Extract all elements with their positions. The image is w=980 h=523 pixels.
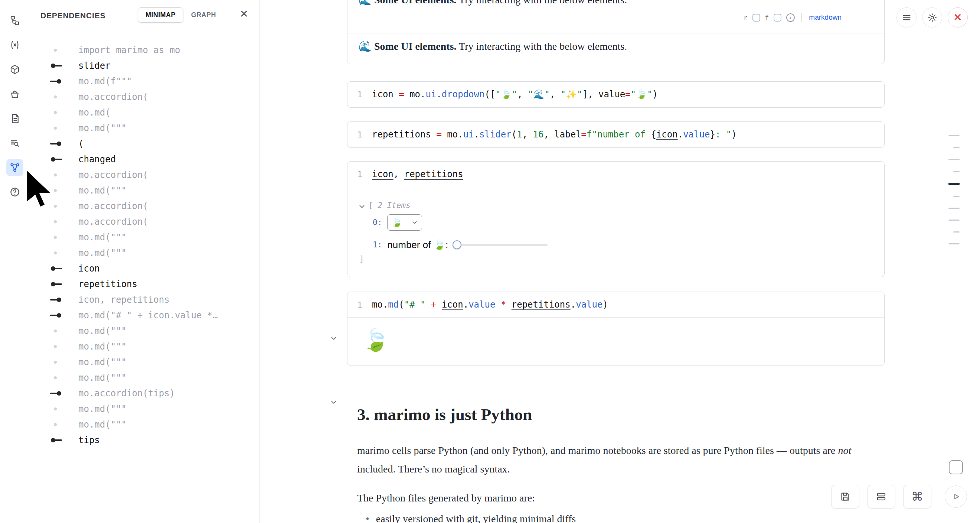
- cell-dot-icon: [45, 214, 72, 230]
- line-number: 1: [347, 90, 372, 99]
- minimap-item[interactable]: mo.md(""": [30, 417, 259, 432]
- close-panel-icon[interactable]: ✕: [240, 9, 248, 19]
- minimap-item[interactable]: mo.md(""": [30, 401, 259, 417]
- scroll-minimap-line[interactable]: [948, 183, 959, 185]
- code-editor[interactable]: repetitions = mo.ui.slider(1, 16, label=…: [372, 129, 737, 140]
- minimap-item[interactable]: mo.md(: [30, 105, 259, 120]
- minimap-item[interactable]: import marimo as mo: [30, 42, 259, 58]
- markdown-source-line[interactable]: 🌊 Some UI elements. Try interacting with…: [359, 0, 627, 6]
- wave-emoji: 🌊: [359, 40, 372, 52]
- minimap-item[interactable]: mo.accordion(: [30, 214, 259, 230]
- minimap-item[interactable]: mo.accordion(tips): [30, 386, 259, 401]
- minimap-item[interactable]: slider: [30, 58, 259, 73]
- minimap-item[interactable]: mo.md(""": [30, 230, 259, 245]
- minimap-item[interactable]: repetitions: [30, 276, 259, 292]
- dependencies-icon[interactable]: [6, 159, 23, 176]
- code-editor[interactable]: mo.md("# " + icon.value * repetitions.va…: [372, 300, 608, 310]
- reactive-checkbox[interactable]: [752, 14, 760, 22]
- cell-connector-icon: [45, 276, 72, 292]
- minimap-item[interactable]: mo.md(""": [30, 120, 259, 136]
- file-tree-icon[interactable]: [6, 12, 23, 29]
- minimap-item[interactable]: icon: [30, 261, 259, 276]
- code-editor[interactable]: icon, repetitions: [372, 169, 463, 179]
- minimap-item-label: icon, repetitions: [78, 295, 170, 305]
- minimap-item[interactable]: mo.accordion(: [30, 89, 259, 105]
- output-collapse-chevron-icon[interactable]: [329, 334, 338, 344]
- minimap-item[interactable]: mo.accordion(: [30, 198, 259, 214]
- scroll-minimap-line[interactable]: [953, 231, 959, 233]
- minimap-item[interactable]: mo.md("# " + icon.value *…: [30, 308, 259, 323]
- language-label[interactable]: markdown: [809, 13, 842, 22]
- logs-search-icon[interactable]: [6, 134, 23, 151]
- cell-connector-icon: [45, 58, 72, 73]
- list-item: • easily versioned with git, yielding mi…: [366, 510, 576, 523]
- cell-dot-icon: [45, 370, 72, 386]
- minimap-item[interactable]: mo.accordion(: [30, 167, 259, 183]
- minimap-item-label: mo.md(: [78, 107, 111, 118]
- minimap-item[interactable]: icon, repetitions: [30, 292, 259, 308]
- minimap-item-label: mo.accordion(tips): [78, 388, 175, 399]
- section-collapse-chevron-icon[interactable]: [329, 398, 338, 408]
- save-button[interactable]: [831, 485, 859, 509]
- scroll-minimap-line[interactable]: [948, 159, 959, 160]
- slider-track[interactable]: [452, 244, 547, 246]
- tab-graph[interactable]: GRAPH: [183, 8, 224, 23]
- cell-dot-icon: [45, 417, 72, 432]
- minimap-item[interactable]: mo.md(""": [30, 339, 259, 354]
- minimap-item[interactable]: changed: [30, 151, 259, 167]
- shutdown-button[interactable]: ✕: [948, 8, 968, 27]
- paragraph: marimo cells parse Python (and only Pyth…: [357, 441, 865, 478]
- snippets-icon[interactable]: [6, 37, 23, 54]
- bullet-marker: •: [366, 510, 369, 523]
- floppy-icon: [840, 491, 851, 502]
- menu-button[interactable]: [896, 8, 916, 27]
- minimap-item[interactable]: mo.md(""": [30, 370, 259, 386]
- cell-dot-icon: [45, 167, 72, 183]
- scroll-minimap-line[interactable]: [948, 243, 959, 244]
- scroll-minimap-line[interactable]: [948, 208, 959, 209]
- code-cell-md: 1 mo.md("# " + icon.value * repetitions.…: [347, 292, 885, 366]
- minimap-item-label: mo.md(""": [78, 123, 127, 133]
- toolbox-icon[interactable]: [6, 85, 23, 102]
- minimap-item[interactable]: mo.md(""": [30, 354, 259, 370]
- settings-button[interactable]: [922, 8, 942, 27]
- help-icon[interactable]: [6, 183, 23, 201]
- minimap-item-label: mo.md(""": [78, 419, 127, 430]
- cell-connector-icon: [45, 386, 72, 401]
- cell-connector-icon: [45, 151, 72, 167]
- app-window: DEPENDENCIES MINIMAP GRAPH ✕ import mari…: [0, 0, 980, 523]
- console-toggle-button[interactable]: [949, 460, 963, 474]
- scroll-minimap-line[interactable]: [948, 220, 959, 221]
- dropdown-select[interactable]: 🍃: [387, 214, 422, 231]
- minimap-item-label: (: [78, 139, 84, 149]
- collapse-chevron-icon[interactable]: [358, 203, 366, 212]
- packages-icon[interactable]: [6, 61, 23, 78]
- format-checkbox[interactable]: [773, 14, 781, 22]
- minimap-item-label: mo.md(""": [78, 185, 127, 196]
- slider-handle[interactable]: [452, 240, 461, 249]
- gear-icon: [927, 13, 937, 23]
- minimap-item[interactable]: mo.md(f""": [30, 73, 259, 89]
- scroll-minimap-line[interactable]: [953, 196, 959, 197]
- layout-button[interactable]: [867, 485, 896, 509]
- minimap-item-label: mo.md(""": [78, 404, 127, 414]
- scroll-minimap-line[interactable]: [953, 171, 959, 172]
- shortcuts-button[interactable]: ⌘: [903, 485, 931, 509]
- docs-icon[interactable]: [6, 110, 23, 127]
- cell-dot-icon: [45, 198, 72, 214]
- minimap-item[interactable]: mo.md(""": [30, 323, 259, 339]
- info-icon[interactable]: i: [786, 13, 795, 22]
- minimap-item-label: mo.accordion(: [78, 92, 148, 102]
- code-editor[interactable]: icon = mo.ui.dropdown(["🍃", "🌊", "✨"], v…: [372, 89, 658, 100]
- cell-dot-icon: [45, 245, 72, 261]
- scroll-minimap-line[interactable]: [953, 147, 959, 148]
- minimap-item[interactable]: mo.md(""": [30, 245, 259, 261]
- minimap-item-label: mo.md(""": [78, 373, 127, 383]
- minimap-item[interactable]: mo.md(""": [30, 183, 259, 198]
- run-button[interactable]: [945, 485, 967, 508]
- minimap-item[interactable]: (: [30, 136, 259, 151]
- minimap-item[interactable]: tips: [30, 432, 259, 448]
- scroll-minimap-line[interactable]: [948, 135, 959, 136]
- tab-minimap[interactable]: MINIMAP: [138, 8, 183, 23]
- minimap-item-label: mo.md(""": [78, 326, 127, 336]
